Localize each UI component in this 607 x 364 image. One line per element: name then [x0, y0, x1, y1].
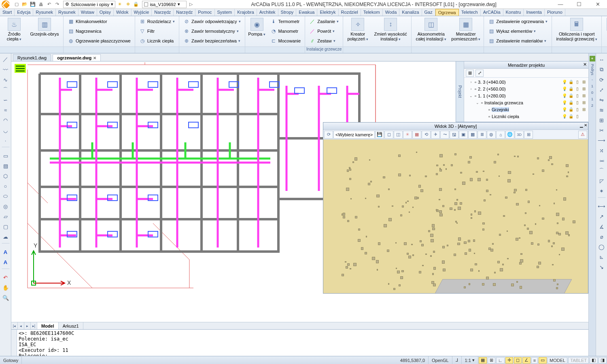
tool-arc-icon[interactable]: ⌒ — [1, 85, 10, 94]
view3d-viewport[interactable] — [323, 140, 588, 293]
rt-dim6-icon[interactable]: ⊾ — [597, 252, 606, 261]
tool-mtext-icon[interactable]: A — [1, 258, 10, 267]
maximize-button[interactable]: ☐ — [570, 0, 588, 9]
add-underlay-icon[interactable]: + — [590, 56, 595, 61]
tool-line-icon[interactable]: ／ — [1, 55, 10, 64]
v3d-fly-icon[interactable]: ✈ — [431, 131, 440, 139]
tool-hatch-icon[interactable]: ▨ — [1, 161, 10, 170]
qat-lock-icon[interactable]: 🔒 — [132, 1, 140, 8]
v3d-snap-icon[interactable]: ▣ — [459, 131, 468, 139]
ribbon-tab-telekom[interactable]: Telekom — [361, 9, 383, 16]
floor-heating-button[interactable]: ◍Ogrzewanie płaszczyznowe — [66, 36, 132, 45]
rt-scale-icon[interactable]: ⤢ — [597, 85, 606, 94]
status-grid[interactable]: ⊞ — [488, 357, 495, 364]
air-valve-button[interactable]: ⊘Zawór odpowietrzający — [182, 17, 242, 26]
rt-array-icon[interactable]: ⊞ — [597, 116, 606, 125]
panel-close-icon[interactable]: ✕ — [584, 123, 587, 127]
ribbon-tab-edycja[interactable]: Edycja — [15, 9, 33, 16]
v3d-cube-icon[interactable]: ◫ — [394, 131, 403, 139]
ribbon-tab-krajobra[interactable]: Krajobra — [235, 9, 257, 16]
fixing-button[interactable]: ⊏Mocowanie — [269, 36, 303, 45]
status-osnap[interactable]: ◻ — [514, 357, 522, 364]
change-height-button[interactable]: ↕ Zmień wysokość instalacji — [372, 17, 409, 41]
axonometry-button[interactable]: ◫ Aksonometria całej instalacji — [414, 17, 448, 41]
sheet-nav-last[interactable]: ▸| — [31, 322, 37, 329]
app-logo-icon[interactable] — [2, 0, 10, 8]
ribbon-tab-gaz[interactable]: Gaz — [422, 9, 435, 16]
rt-copy-icon[interactable]: ⧉ — [597, 65, 606, 74]
rt-fillet-icon[interactable]: ⌒ — [597, 166, 606, 175]
tree-node[interactable]: ▫Grzejniki💡🔒▯⊞ — [464, 106, 588, 113]
sheet-tab-model[interactable]: Model — [37, 322, 59, 329]
ribbon-tab-system[interactable]: System — [215, 9, 235, 16]
sheet-nav-prev[interactable]: ◂ — [18, 322, 24, 329]
command-line[interactable]: <>: 8E620EE1147600C Polecenie: isa_ec IS… — [11, 329, 588, 356]
close-button[interactable]: ✕ — [588, 0, 607, 9]
connection-wizard-button[interactable]: ✧ Kreator połączeń — [346, 17, 370, 41]
workspace-selector[interactable]: ⚙ Szkicowanie i opisy ▾ — [63, 1, 115, 8]
panel-minimize-icon[interactable]: ▁ — [580, 123, 583, 127]
tree-node[interactable]: ›▫2. 2 (+560.00)💡🔒▯⊞ — [464, 85, 588, 92]
qat-undo-icon[interactable]: ↶ — [45, 1, 53, 8]
tool-region-icon[interactable]: ▱ — [1, 212, 10, 221]
project-panel-header[interactable]: Menadżer projektu ✕ — [464, 61, 588, 69]
tool-ellipse-icon[interactable]: ⬭ — [1, 192, 10, 201]
ribbon-tab-start[interactable]: Start — [0, 9, 15, 16]
v3d-save-icon[interactable]: 🖫 — [450, 131, 458, 139]
tree-node[interactable]: ▫Liczniki ciepła💡🔒▯ — [464, 113, 588, 120]
status-polar[interactable]: ✛ — [505, 357, 513, 364]
heat-meter-button[interactable]: ◷Licznik ciepła — [138, 36, 176, 45]
ribbon-tab-pioruno[interactable]: Pioruno — [545, 9, 565, 16]
safety-valve-button[interactable]: ⊕Zawór bezpieczeństwa — [182, 36, 242, 45]
status-model[interactable]: MODEL — [548, 357, 567, 364]
ribbon-tab-inwenta[interactable]: Inwenta — [524, 9, 545, 16]
cmdline-grip[interactable] — [11, 330, 17, 356]
tree-node[interactable]: ⌄▫Instalacja grzewcza💡🔒▯⊞ — [464, 99, 588, 106]
minimize-button[interactable]: — — [551, 0, 570, 9]
tree-node[interactable]: ⌄▫1. 1 (+280.00)💡🔒▯⊞ — [464, 92, 588, 99]
tool-spline-icon[interactable]: ∽ — [1, 95, 10, 104]
project-side-tab[interactable]: Projekt — [456, 61, 464, 122]
tool-spline2-icon[interactable]: ≈ — [1, 106, 10, 114]
ribbon-tab-widok[interactable]: Widok — [114, 9, 132, 16]
filter-button[interactable]: ▽Filtr — [138, 27, 176, 36]
ribbon-tab-rysunek[interactable]: Rysunek — [56, 9, 79, 16]
rt-leader-icon[interactable]: ↘ — [597, 262, 606, 271]
manometer-button[interactable]: ◔Manometr — [269, 27, 303, 36]
qat-new-icon[interactable]: ▢ — [13, 1, 20, 8]
room-manager-button[interactable]: ▦ Menadżer pomieszczeń — [450, 17, 481, 41]
v3d-refresh-icon[interactable]: ⟳ — [324, 131, 333, 139]
v3d-walk-icon[interactable]: ⤳ — [440, 131, 449, 139]
v3d-home-icon[interactable]: ⌂ — [496, 131, 505, 139]
rt-dim5-icon[interactable]: ◯ — [597, 242, 606, 251]
pipe-set-button[interactable]: ⫽Zestaw — [308, 36, 340, 45]
ribbon-tab-opisy[interactable]: Opisy — [97, 9, 114, 16]
v3d-globe-icon[interactable]: 🌐 — [505, 131, 514, 139]
view-menu-icon[interactable] — [15, 64, 26, 73]
qat-play-icon[interactable]: ▷ — [187, 1, 195, 8]
ribbon-tab-konstru[interactable]: Konstru — [503, 9, 524, 16]
rt-dim4-icon[interactable]: ⌀ — [597, 232, 606, 241]
sheet-nav-first[interactable]: |◂ — [11, 322, 18, 329]
status-extra2[interactable]: ◨ — [599, 357, 607, 364]
v3d-save-cam-icon[interactable]: 💾 — [375, 131, 384, 139]
rt-mirror-icon[interactable]: ⇋ — [597, 95, 606, 104]
options-button[interactable]: ☰ Opcje — [604, 17, 607, 36]
ribbon-tab-wyjście[interactable]: Wyjście — [132, 9, 152, 16]
rt-trim-icon[interactable]: ✂ — [597, 126, 606, 135]
tool-undo2-icon[interactable]: ↶ — [1, 273, 10, 282]
ribbon-tab-elektryk[interactable]: Elektryk — [317, 9, 338, 16]
return-pipe-button[interactable]: ／Powrót — [308, 27, 340, 36]
v3d-mat-icon[interactable]: ◍ — [487, 131, 496, 139]
rt-dim3-icon[interactable]: ∡ — [597, 222, 606, 231]
qat-redo-icon[interactable]: ↷ — [53, 1, 61, 8]
strip-num-1[interactable]: 1 — [591, 84, 593, 88]
manifold-button[interactable]: ⊞Rozdzielacz — [138, 17, 176, 26]
status-ortho[interactable]: ∟ — [496, 357, 505, 364]
heat-source-button[interactable]: ♨ Źródło ciepła — [2, 17, 26, 41]
qat-print-icon[interactable]: 🖶 — [37, 1, 45, 8]
rt-join-icon[interactable]: ⫘ — [597, 156, 606, 165]
sheet-nav-next[interactable]: ▸ — [24, 322, 31, 329]
fan-coil-button[interactable]: ▦Klimakonwektor — [66, 17, 132, 26]
materials-list-button[interactable]: ▤Zestawienie materiałów — [486, 36, 549, 45]
